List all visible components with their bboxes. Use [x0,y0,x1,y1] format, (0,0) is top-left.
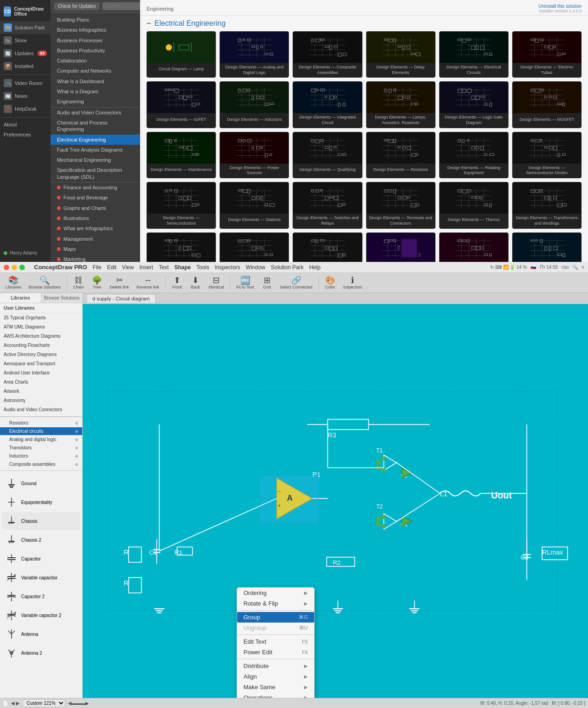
uninstall-link[interactable]: Uninstall this solution [538,4,582,9]
lib-atm-uml[interactable]: ATM UML Diagrams [0,323,82,332]
template-card[interactable]: Electrical Diagram — Simple Switched Sup… [512,232,582,262]
menu-tools[interactable]: Tools [196,264,209,271]
template-card[interactable]: Design Elements — Semiconductor Diodes [512,132,582,178]
solution-business-processes[interactable]: Business Processes [51,35,140,45]
sidebar-item-video-room[interactable]: 📹 Video Room [0,77,51,90]
shape-chassis-1[interactable]: Chassis [2,512,80,530]
template-card[interactable]: Design Elements — Integrated Circuit [293,81,362,128]
shape-capacitor-2[interactable]: Capacitor 2 [2,588,80,606]
menu-window[interactable]: Window [246,264,266,271]
template-card[interactable]: Design Elements — Stations [220,182,289,228]
shape-antenna[interactable]: Antenna [2,625,80,643]
toolbar-color[interactable]: 🎨 Color [322,275,339,290]
solution-sdl[interactable]: Specification and Description Language (… [51,165,140,182]
template-card[interactable]: Design Elements — IGFET [147,81,216,128]
toolbar-libraries[interactable]: 📚 Libraries [3,275,24,290]
toolbar-chain[interactable]: ⛓ Chain [70,275,87,290]
menu-help[interactable]: Help [309,264,321,271]
template-card[interactable]: Design Elements — MOSFET [512,81,582,128]
template-card[interactable]: Electrical Diagram — Bipolar Current Mir… [439,232,509,262]
shape-chassis-2[interactable]: Chassis 2 [2,531,80,549]
menu-solution-park[interactable]: Solution Park [271,264,304,271]
sidebar-item-updates[interactable]: 🔄 Updates 93 [0,47,51,60]
solution-graphs[interactable]: Graphs and Charts [51,203,140,213]
template-card[interactable]: Design Elements — Electrical Circuits [439,31,509,78]
toolbar-tree[interactable]: 🌳 Tree [89,275,105,290]
toolbar-identical[interactable]: ⊟ Identical [206,275,227,290]
lib-sub-electrical-circuits[interactable]: Electrical circuits ⊕ [0,427,82,436]
tab-browse-solutions[interactable]: Browse Solutions [41,293,82,303]
lib-artwork[interactable]: Artwork [0,387,82,396]
solution-food[interactable]: Food and Beverage [51,193,140,203]
lib-sub-resistors[interactable]: Resistors ⊕ [0,419,82,427]
zoom-select[interactable]: Custom 121% 50% 75% 100% 150% 200% [23,699,65,707]
lib-aerospace[interactable]: Aerospace and Transport [0,359,82,368]
template-card[interactable]: Design Elements — Power Sources [220,132,289,178]
menu-shape[interactable]: Shape [174,264,191,271]
template-card[interactable]: Design Elements — Composite Assemblies [293,31,362,78]
solution-infographics[interactable]: What are Infographics [51,223,140,233]
sidebar-item-solution-park[interactable]: 🏬 Solution Park [0,21,51,34]
minimize-button[interactable] [11,265,17,270]
shape-capacitor[interactable]: Capacitor [2,550,80,568]
toolbar-fit-to-text[interactable]: 🔤 Fit to Text [233,275,257,290]
menu-view[interactable]: View [122,264,134,271]
template-card[interactable]: Design Elements — Electron Tubes [512,31,582,78]
template-card[interactable]: Design Elements — Transformers and Windi… [512,182,582,228]
solution-chemical[interactable]: Chemical and Process Engineering [51,118,140,135]
toolbar-back[interactable]: ⬇ Back [187,275,204,290]
template-card[interactable]: Design Elements — Terminals and Connecto… [366,182,435,228]
sidebar-item-installed[interactable]: 📦 Installed [0,60,51,73]
cm-ungroup[interactable]: Ungroup ⌘U [237,623,314,633]
toolbar-browse-solutions[interactable]: 🔍 Browse Solutions [26,275,64,290]
template-card[interactable]: Electrical Diagram — 2 Bit ALU [366,232,435,262]
template-card[interactable]: Design Elements — Rotating Equipment [439,132,509,178]
template-card[interactable]: Design Elements — Thermo [439,182,509,228]
collapse-icon[interactable]: − [147,19,151,28]
lib-audio-video[interactable]: Audio and Video Connectors [0,405,82,414]
lib-active-directory[interactable]: Active Directory Diagrams [0,350,82,359]
shape-variable-capacitor-2[interactable]: Variable capacitor 2 [2,606,80,624]
solution-mechanical[interactable]: Mechanical Engineering [51,155,140,165]
lib-area-charts[interactable]: Area Charts [0,378,82,387]
search-menu-icon[interactable]: 🔍 [572,265,578,270]
lib-sub-transistors[interactable]: Transistors ⊕ [0,444,82,452]
template-card[interactable]: Design Elements — Qualifying [293,132,362,178]
template-card[interactable]: Circuit Diagram — Lamp [147,31,216,78]
check-updates-button[interactable]: Check for Updates [54,2,100,10]
menu-list-icon[interactable]: ≡ [582,265,584,270]
cm-ordering[interactable]: Ordering ▶ [237,588,314,598]
menu-edit[interactable]: Edit [107,264,117,271]
toolbar-reverse-link[interactable]: ↔ Reverse link [134,275,162,290]
menu-text[interactable]: Text [158,264,169,271]
shape-equipotentiality[interactable]: Equipotentiality [2,493,80,511]
solution-maps[interactable]: Maps [51,244,140,254]
toolbar-grid[interactable]: ⊞ Grid [259,275,275,290]
menu-file[interactable]: File [93,264,102,271]
shape-antenna-2[interactable]: Antenna 2 [2,644,80,662]
template-card[interactable]: Design Elements — Semiconductors [147,182,216,228]
solution-computer-networks[interactable]: Computer and Networks [51,66,140,76]
tab-libraries[interactable]: Libraries [0,293,41,303]
solution-building-plans[interactable]: Building Plans [51,15,140,25]
circuit-canvas[interactable]: R C1 R1 R3 P1 [83,304,588,698]
cm-edit-text[interactable]: Edit Text F5 [237,636,314,647]
shape-variable-capacitor[interactable]: Variable capacitor [2,569,80,587]
solution-management[interactable]: Management [51,234,140,244]
lib-accounting[interactable]: Accounting Flowcharts [0,341,82,350]
template-card[interactable]: Design Elements — Maintenance [147,132,216,178]
cm-align[interactable]: Align ▶ [237,671,314,682]
solution-business-productivity[interactable]: Business Productivity [51,45,140,56]
solution-what-diagram[interactable]: What is a Diagram [51,86,140,96]
sidebar-item-preferences[interactable]: Preferences [0,130,51,140]
solution-electrical[interactable]: Electrical Engineering [51,135,140,145]
toolbar-inspectors[interactable]: ℹ Inspectors [340,275,365,290]
cm-make-same[interactable]: Make Same ▶ [237,682,314,692]
maximize-button[interactable] [19,265,25,270]
toolbar-front[interactable]: ⬆ Front [169,275,186,290]
solution-illustrations[interactable]: Illustrations [51,213,140,223]
solution-fault-tree[interactable]: Fault Tree Analysis Diagrams [51,145,140,155]
lib-sub-composite[interactable]: Composite assemblies ⊕ [0,460,82,469]
close-button[interactable] [4,265,9,270]
template-card[interactable]: Design Elements — Switches and Relays [293,182,362,228]
